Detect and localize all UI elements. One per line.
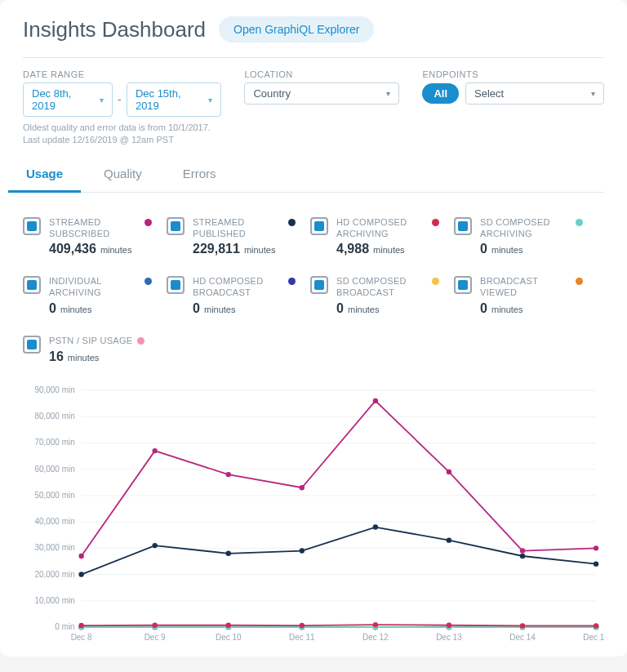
- date-end-dropdown[interactable]: Dec 15th, 2019 ▾: [127, 82, 221, 117]
- svg-text:0 min: 0 min: [55, 622, 74, 631]
- svg-text:10,000 min: 10,000 min: [34, 595, 74, 604]
- svg-point-87: [300, 548, 305, 553]
- date-range-separator: -: [118, 92, 122, 107]
- metric-unit: minutes: [202, 305, 236, 314]
- metric-card: BROADCAST VIEWED0 minutes: [454, 276, 583, 316]
- metric-name: STREAMED SUBSCRIBED: [49, 217, 140, 240]
- svg-point-77: [152, 622, 157, 627]
- metric-checkbox[interactable]: [23, 276, 41, 294]
- metric-unit: minutes: [58, 305, 92, 314]
- metric-checkbox[interactable]: [454, 276, 472, 294]
- svg-text:Dec 15: Dec 15: [583, 633, 604, 642]
- series-color-dot: [288, 278, 296, 285]
- metric-value: 409,436 minutes: [49, 242, 152, 256]
- metric-name: BROADCAST VIEWED: [480, 276, 571, 299]
- series-color-dot: [432, 278, 439, 285]
- svg-point-88: [373, 524, 378, 529]
- divider: [23, 57, 604, 58]
- metric-card: HD COMPOSED ARCHIVING4,988 minutes: [310, 217, 439, 257]
- series-color-dot: [137, 337, 145, 345]
- metric-card: STREAMED SUBSCRIBED409,436 minutes: [23, 217, 152, 257]
- chevron-down-icon: ▾: [591, 89, 595, 98]
- endpoints-all-button[interactable]: All: [422, 83, 459, 104]
- chevron-down-icon: ▾: [100, 96, 104, 105]
- svg-point-81: [447, 622, 451, 627]
- metric-checkbox[interactable]: [23, 217, 41, 235]
- svg-text:Dec 9: Dec 9: [145, 633, 166, 642]
- metric-checkbox[interactable]: [167, 217, 185, 235]
- series-color-dot: [576, 278, 583, 285]
- metric-unit: minutes: [242, 245, 276, 255]
- chevron-down-icon: ▾: [208, 96, 212, 105]
- metric-name: HD COMPOSED ARCHIVING: [336, 217, 427, 240]
- endpoints-value: Select: [474, 87, 504, 100]
- tabs: Usage Quality Errors: [23, 157, 604, 193]
- svg-text:Dec 11: Dec 11: [289, 633, 315, 642]
- location-label: LOCATION: [244, 69, 399, 79]
- tab-errors[interactable]: Errors: [180, 157, 220, 192]
- metric-value: 16 minutes: [49, 349, 145, 364]
- series-color-dot: [145, 219, 152, 226]
- metric-name: PSTN / SIP USAGE: [49, 336, 132, 347]
- metric-value: 4,988 minutes: [336, 242, 439, 256]
- tab-usage[interactable]: Usage: [23, 157, 66, 192]
- location-dropdown[interactable]: Country ▾: [244, 82, 399, 105]
- tab-quality[interactable]: Quality: [100, 157, 145, 192]
- svg-point-94: [226, 471, 231, 476]
- metric-unit: minutes: [345, 305, 380, 314]
- date-end-value: Dec 15th, 2019: [136, 87, 203, 112]
- svg-point-89: [447, 537, 451, 542]
- metric-card: SD COMPOSED BROADCAST0 minutes: [310, 276, 439, 316]
- svg-point-76: [78, 622, 83, 627]
- date-start-value: Dec 8th, 2019: [32, 87, 95, 112]
- filters-row: DATE RANGE Dec 8th, 2019 ▾ - Dec 15th, 2…: [23, 69, 604, 117]
- series-color-dot: [288, 219, 296, 226]
- svg-text:60,000 min: 60,000 min: [34, 464, 74, 473]
- usage-chart: 0 min10,000 min20,000 min30,000 min40,00…: [26, 384, 604, 645]
- metric-checkbox[interactable]: [310, 276, 328, 294]
- series-color-dot: [432, 219, 439, 226]
- metric-card: STREAMED PUBLISHED229,811 minutes: [167, 217, 296, 257]
- series-color-dot: [576, 219, 583, 226]
- svg-point-99: [594, 545, 598, 550]
- metric-value: 0 minutes: [336, 301, 439, 316]
- metrics-grid: STREAMED SUBSCRIBED409,436 minutesSTREAM…: [23, 217, 604, 364]
- metric-value: 0 minutes: [480, 301, 583, 316]
- svg-point-95: [300, 485, 305, 490]
- svg-text:50,000 min: 50,000 min: [34, 490, 74, 499]
- svg-point-79: [300, 622, 305, 627]
- chevron-down-icon: ▾: [386, 89, 390, 98]
- svg-point-97: [447, 469, 451, 474]
- metric-checkbox[interactable]: [167, 276, 185, 294]
- endpoints-dropdown[interactable]: Select ▾: [465, 82, 604, 105]
- svg-point-82: [520, 623, 525, 628]
- metric-name: SD COMPOSED BROADCAST: [336, 276, 427, 299]
- metric-value: 0 minutes: [480, 242, 583, 256]
- metric-name: HD COMPOSED BROADCAST: [193, 276, 283, 299]
- svg-point-84: [78, 572, 83, 576]
- date-range-label: DATE RANGE: [23, 69, 221, 79]
- svg-text:Dec 14: Dec 14: [509, 633, 536, 642]
- metric-card: PSTN / SIP USAGE16 minutes: [23, 336, 152, 364]
- svg-point-86: [226, 550, 231, 555]
- svg-text:Dec 12: Dec 12: [362, 633, 389, 642]
- meta-line-2: Last update 12/16/2019 @ 12am PST: [23, 134, 604, 146]
- svg-text:40,000 min: 40,000 min: [34, 517, 74, 526]
- metric-checkbox[interactable]: [310, 217, 328, 235]
- series-color-dot: [145, 278, 152, 285]
- metric-checkbox[interactable]: [454, 217, 472, 235]
- open-graphiql-button[interactable]: Open GraphiQL Explorer: [219, 16, 374, 42]
- svg-text:Dec 10: Dec 10: [216, 633, 242, 642]
- svg-point-93: [152, 447, 157, 452]
- metric-checkbox[interactable]: [23, 336, 41, 354]
- metric-card: HD COMPOSED BROADCAST0 minutes: [167, 276, 296, 316]
- metric-value: 0 minutes: [49, 301, 152, 316]
- metric-card: SD COMPOSED ARCHIVING0 minutes: [454, 217, 583, 257]
- svg-point-83: [594, 623, 598, 628]
- svg-point-92: [78, 553, 83, 558]
- svg-point-96: [373, 398, 378, 403]
- svg-point-98: [520, 548, 525, 553]
- svg-text:30,000 min: 30,000 min: [34, 543, 74, 552]
- date-start-dropdown[interactable]: Dec 8th, 2019 ▾: [23, 82, 113, 117]
- metric-name: STREAMED PUBLISHED: [193, 217, 283, 240]
